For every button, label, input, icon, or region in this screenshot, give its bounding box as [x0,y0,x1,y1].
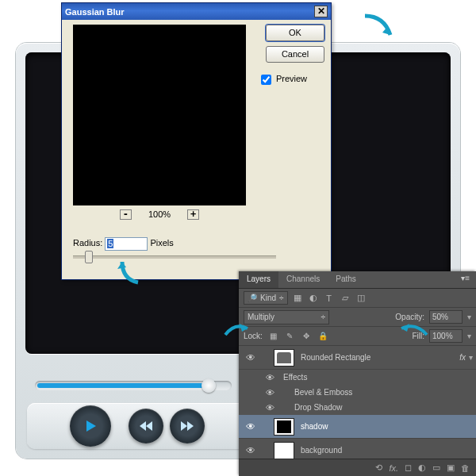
annotation-arrow [224,321,251,338]
lock-trans-icon[interactable]: ▦ [267,330,279,342]
blend-mode-select[interactable]: Multiply÷ [244,310,329,324]
cancel-button[interactable]: Cancel [266,46,324,63]
close-icon[interactable]: ✕ [314,6,328,17]
tab-channels[interactable]: Channels [278,271,328,288]
fx-badge[interactable]: fx [459,353,466,362]
panel-tabs: Layers Channels Paths ▾≡ [239,271,476,289]
group-icon[interactable]: ▭ [432,463,440,473]
effect-bevel[interactable]: 👁 Bevel & Emboss [239,385,476,400]
filter-shape-icon[interactable]: ▱ [339,292,351,305]
lock-all-icon[interactable]: 🔒 [317,330,329,342]
filter-adjust-icon[interactable]: ◐ [307,292,320,305]
dialog-titlebar[interactable]: Gaussian Blur ✕ [62,3,331,20]
layer-thumb[interactable] [274,418,294,436]
visibility-icon[interactable]: 👁 [242,445,259,456]
panel-footer: ⟲ fx. ◻ ◐ ▭ ▣ 🗑 [239,459,476,476]
annotation-arrow [397,321,428,338]
fx-icon[interactable]: fx. [389,463,398,473]
opacity-input[interactable]: 50% [429,310,463,324]
next-button[interactable] [170,409,205,443]
fill-input[interactable]: 100% [429,329,463,343]
zoom-in-button[interactable]: + [187,209,199,220]
chevron-down-icon[interactable]: ▾ [469,353,473,362]
new-layer-icon[interactable]: ▣ [447,463,455,473]
gaussian-blur-dialog: Gaussian Blur ✕ - 100% + OK Cancel Previ… [61,2,332,280]
seek-knob[interactable] [202,378,216,393]
radius-slider[interactable] [73,255,276,259]
filter-pixel-icon[interactable]: ▦ [291,292,304,305]
radius-unit: Pixels [150,238,173,248]
effects-header[interactable]: 👁 Effects [239,370,476,385]
kind-filter[interactable]: 🔎 Kind ÷ [244,291,288,305]
ok-button[interactable]: OK [266,25,324,41]
preview-check-input[interactable] [261,75,271,85]
seek-bar[interactable] [35,381,232,390]
radius-input[interactable]: 5 [105,237,148,251]
annotation-arrow [360,11,397,48]
lock-pos-icon[interactable]: ✥ [301,330,313,342]
radius-label: Radius: [73,238,102,248]
trash-icon[interactable]: 🗑 [461,463,470,473]
visibility-icon[interactable]: 👁 [242,352,259,363]
annotation-arrow [114,254,146,286]
adjust-icon[interactable]: ◐ [418,463,426,473]
tab-paths[interactable]: Paths [328,271,364,288]
layer-thumb[interactable] [274,442,294,459]
filter-smart-icon[interactable]: ◫ [355,292,367,305]
preview-image[interactable] [73,25,246,205]
zoom-out-button[interactable]: - [120,209,132,220]
filter-type-icon[interactable]: T [323,292,336,305]
filter-row: 🔎 Kind ÷ ▦ ◐ T ▱ ◫ [239,289,476,308]
lock-pixels-icon[interactable]: ✎ [284,330,296,342]
layer-shadow[interactable]: 👁 shadow [239,415,476,439]
dialog-title: Gaussian Blur [65,7,125,17]
tab-layers[interactable]: Layers [239,271,278,288]
mask-icon[interactable]: ◻ [405,463,412,473]
effect-dropshadow[interactable]: 👁 Drop Shadow [239,400,476,415]
layers-panel: Layers Channels Paths ▾≡ 🔎 Kind ÷ ▦ ◐ T … [239,271,476,476]
link-icon[interactable]: ⟲ [375,463,382,473]
panel-menu-icon[interactable]: ▾≡ [455,271,476,288]
layer-thumb[interactable] [274,349,294,367]
preview-checkbox[interactable]: Preview [261,74,307,85]
visibility-icon[interactable]: 👁 [242,421,259,432]
play-button[interactable] [70,405,111,447]
layer-rounded-rectangle[interactable]: 👁 Rounded Rectangle fx ▾ [239,346,476,370]
prev-button[interactable] [129,409,163,443]
zoom-level: 100% [148,209,171,219]
slider-knob[interactable] [85,251,93,263]
